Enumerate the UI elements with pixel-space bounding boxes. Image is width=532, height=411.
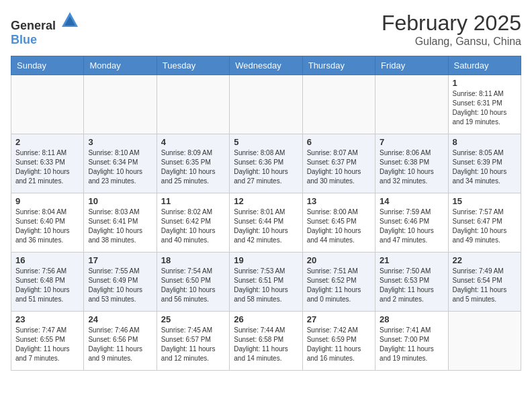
day-number: 2 — [15, 137, 79, 147]
day-info: Sunrise: 7:42 AM Sunset: 6:59 PM Dayligh… — [307, 326, 371, 363]
day-info: Sunrise: 8:01 AM Sunset: 6:44 PM Dayligh… — [234, 208, 298, 245]
day-info: Sunrise: 8:11 AM Sunset: 6:33 PM Dayligh… — [15, 148, 79, 186]
day-info: Sunrise: 7:45 AM Sunset: 6:57 PM Dayligh… — [161, 326, 225, 363]
calendar-week-row: 1Sunrise: 8:11 AM Sunset: 6:31 PM Daylig… — [11, 75, 521, 134]
calendar-cell: 14Sunrise: 7:59 AM Sunset: 6:46 PM Dayli… — [375, 193, 448, 253]
day-number: 20 — [307, 255, 371, 265]
calendar-cell: 10Sunrise: 8:03 AM Sunset: 6:41 PM Dayli… — [84, 193, 157, 253]
day-info: Sunrise: 8:03 AM Sunset: 6:41 PM Dayligh… — [88, 208, 152, 245]
day-info: Sunrise: 7:51 AM Sunset: 6:52 PM Dayligh… — [307, 267, 371, 304]
logo: General Blue — [11, 11, 79, 47]
calendar-cell: 19Sunrise: 7:53 AM Sunset: 6:51 PM Dayli… — [230, 253, 302, 312]
day-info: Sunrise: 8:09 AM Sunset: 6:35 PM Dayligh… — [161, 148, 225, 186]
day-info: Sunrise: 8:00 AM Sunset: 6:45 PM Dayligh… — [307, 208, 371, 245]
calendar-cell: 8Sunrise: 8:05 AM Sunset: 6:39 PM Daylig… — [448, 134, 521, 193]
day-info: Sunrise: 7:56 AM Sunset: 6:48 PM Dayligh… — [15, 267, 79, 304]
day-info: Sunrise: 7:49 AM Sunset: 6:54 PM Dayligh… — [453, 267, 517, 304]
day-info: Sunrise: 7:55 AM Sunset: 6:49 PM Dayligh… — [88, 267, 152, 304]
day-info: Sunrise: 7:41 AM Sunset: 7:00 PM Dayligh… — [380, 326, 443, 363]
calendar-cell: 16Sunrise: 7:56 AM Sunset: 6:48 PM Dayli… — [11, 253, 84, 312]
calendar-cell: 9Sunrise: 8:04 AM Sunset: 6:40 PM Daylig… — [11, 193, 84, 253]
calendar-cell: 3Sunrise: 8:10 AM Sunset: 6:34 PM Daylig… — [84, 134, 157, 193]
calendar-day-header: Monday — [84, 56, 157, 75]
calendar-week-row: 9Sunrise: 8:04 AM Sunset: 6:40 PM Daylig… — [11, 193, 521, 253]
calendar: SundayMondayTuesdayWednesdayThursdayFrid… — [11, 56, 521, 371]
page-header: General Blue February 2025 Gulang, Gansu… — [11, 11, 521, 48]
calendar-cell — [157, 75, 229, 134]
day-number: 24 — [88, 314, 152, 324]
day-number: 7 — [380, 137, 443, 147]
calendar-cell: 17Sunrise: 7:55 AM Sunset: 6:49 PM Dayli… — [84, 253, 157, 312]
day-number: 19 — [234, 255, 298, 265]
day-number: 26 — [234, 314, 298, 324]
logo-icon — [60, 11, 79, 30]
day-number: 27 — [307, 314, 371, 324]
logo-blue: Blue — [11, 33, 37, 46]
calendar-cell: 25Sunrise: 7:45 AM Sunset: 6:57 PM Dayli… — [157, 312, 229, 371]
day-number: 15 — [453, 196, 517, 206]
calendar-cell: 11Sunrise: 8:02 AM Sunset: 6:42 PM Dayli… — [157, 193, 229, 253]
calendar-cell: 1Sunrise: 8:11 AM Sunset: 6:31 PM Daylig… — [448, 75, 521, 134]
month-title: February 2025 — [382, 11, 521, 36]
calendar-cell: 18Sunrise: 7:54 AM Sunset: 6:50 PM Dayli… — [157, 253, 229, 312]
day-number: 25 — [161, 314, 225, 324]
day-info: Sunrise: 7:44 AM Sunset: 6:58 PM Dayligh… — [234, 326, 298, 363]
day-number: 4 — [161, 137, 225, 147]
calendar-cell: 23Sunrise: 7:47 AM Sunset: 6:55 PM Dayli… — [11, 312, 84, 371]
calendar-cell: 5Sunrise: 8:08 AM Sunset: 6:36 PM Daylig… — [230, 134, 302, 193]
day-info: Sunrise: 7:50 AM Sunset: 6:53 PM Dayligh… — [380, 267, 443, 304]
day-number: 6 — [307, 137, 371, 147]
calendar-cell: 2Sunrise: 8:11 AM Sunset: 6:33 PM Daylig… — [11, 134, 84, 193]
logo-text: General Blue — [11, 11, 79, 47]
calendar-cell: 13Sunrise: 8:00 AM Sunset: 6:45 PM Dayli… — [302, 193, 375, 253]
calendar-cell: 26Sunrise: 7:44 AM Sunset: 6:58 PM Dayli… — [230, 312, 302, 371]
day-info: Sunrise: 7:47 AM Sunset: 6:55 PM Dayligh… — [15, 326, 79, 363]
day-number: 10 — [88, 196, 152, 206]
day-info: Sunrise: 8:10 AM Sunset: 6:34 PM Dayligh… — [88, 148, 152, 186]
day-number: 13 — [307, 196, 371, 206]
calendar-cell: 6Sunrise: 8:07 AM Sunset: 6:37 PM Daylig… — [302, 134, 375, 193]
day-number: 23 — [15, 314, 79, 324]
day-number: 1 — [453, 78, 517, 88]
day-info: Sunrise: 8:11 AM Sunset: 6:31 PM Dayligh… — [453, 89, 517, 127]
calendar-cell — [375, 75, 448, 134]
calendar-cell — [230, 75, 302, 134]
day-number: 12 — [234, 196, 298, 206]
calendar-cell: 20Sunrise: 7:51 AM Sunset: 6:52 PM Dayli… — [302, 253, 375, 312]
day-info: Sunrise: 7:46 AM Sunset: 6:56 PM Dayligh… — [88, 326, 152, 363]
calendar-week-row: 23Sunrise: 7:47 AM Sunset: 6:55 PM Dayli… — [11, 312, 521, 371]
calendar-cell: 21Sunrise: 7:50 AM Sunset: 6:53 PM Dayli… — [375, 253, 448, 312]
day-number: 8 — [453, 137, 517, 147]
day-info: Sunrise: 7:59 AM Sunset: 6:46 PM Dayligh… — [380, 208, 443, 245]
calendar-cell: 15Sunrise: 7:57 AM Sunset: 6:47 PM Dayli… — [448, 193, 521, 253]
day-number: 11 — [161, 196, 225, 206]
day-number: 18 — [161, 255, 225, 265]
calendar-cell: 28Sunrise: 7:41 AM Sunset: 7:00 PM Dayli… — [375, 312, 448, 371]
day-info: Sunrise: 8:05 AM Sunset: 6:39 PM Dayligh… — [453, 148, 517, 186]
day-info: Sunrise: 7:54 AM Sunset: 6:50 PM Dayligh… — [161, 267, 225, 304]
calendar-cell — [302, 75, 375, 134]
day-number: 3 — [88, 137, 152, 147]
calendar-cell — [11, 75, 84, 134]
logo-general: General — [11, 19, 56, 32]
calendar-cell: 7Sunrise: 8:06 AM Sunset: 6:38 PM Daylig… — [375, 134, 448, 193]
day-info: Sunrise: 8:02 AM Sunset: 6:42 PM Dayligh… — [161, 208, 225, 245]
day-number: 14 — [380, 196, 443, 206]
calendar-week-row: 2Sunrise: 8:11 AM Sunset: 6:33 PM Daylig… — [11, 134, 521, 193]
day-number: 5 — [234, 137, 298, 147]
day-info: Sunrise: 8:04 AM Sunset: 6:40 PM Dayligh… — [15, 208, 79, 245]
calendar-cell: 4Sunrise: 8:09 AM Sunset: 6:35 PM Daylig… — [157, 134, 229, 193]
day-number: 17 — [88, 255, 152, 265]
day-info: Sunrise: 7:53 AM Sunset: 6:51 PM Dayligh… — [234, 267, 298, 304]
calendar-day-header: Friday — [375, 56, 448, 75]
day-number: 16 — [15, 255, 79, 265]
calendar-cell: 22Sunrise: 7:49 AM Sunset: 6:54 PM Dayli… — [448, 253, 521, 312]
title-area: February 2025 Gulang, Gansu, China — [382, 11, 521, 48]
calendar-day-header: Wednesday — [230, 56, 302, 75]
calendar-day-header: Saturday — [448, 56, 521, 75]
calendar-day-header: Sunday — [11, 56, 84, 75]
calendar-day-header: Tuesday — [157, 56, 229, 75]
day-info: Sunrise: 8:06 AM Sunset: 6:38 PM Dayligh… — [380, 148, 443, 186]
day-number: 28 — [380, 314, 443, 324]
day-info: Sunrise: 8:08 AM Sunset: 6:36 PM Dayligh… — [234, 148, 298, 186]
